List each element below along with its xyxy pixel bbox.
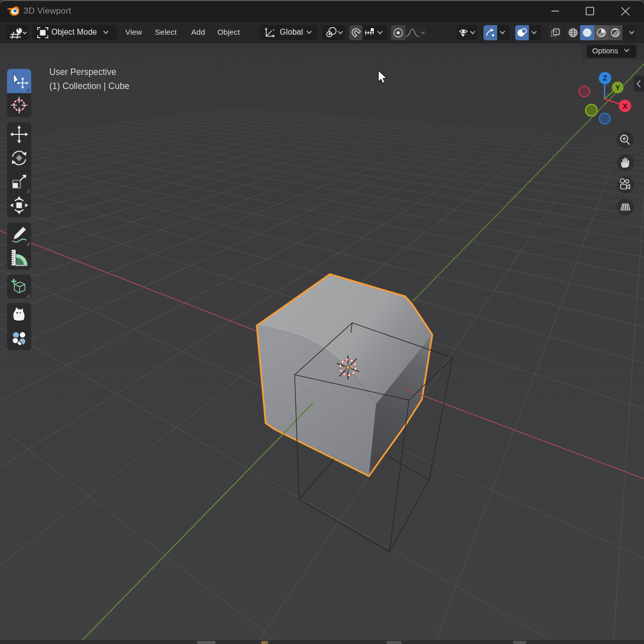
- svg-text:Z: Z: [603, 74, 607, 82]
- svg-text:X: X: [623, 102, 628, 110]
- svg-text:Y: Y: [615, 84, 620, 92]
